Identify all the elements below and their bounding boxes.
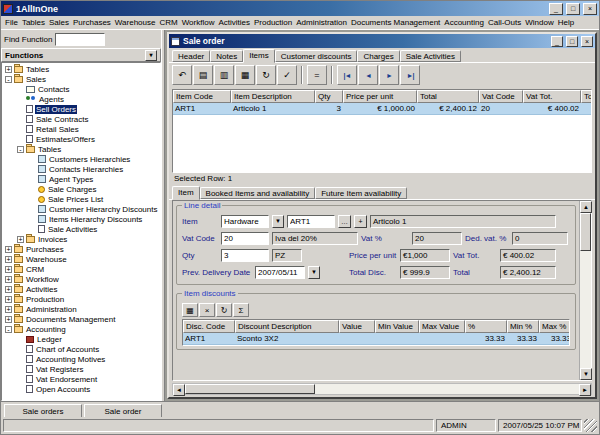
tab-future-availability[interactable]: Future Item availability xyxy=(315,187,407,199)
chevron-down-icon[interactable]: ▼ xyxy=(272,215,284,228)
menu-item-administration[interactable]: Administration xyxy=(294,17,349,28)
add-item-button[interactable]: + xyxy=(354,215,367,228)
col-disc-code[interactable]: Disc. Code xyxy=(183,320,235,333)
tab-notes[interactable]: Notes xyxy=(210,50,243,62)
tab-items[interactable]: Items xyxy=(243,49,275,63)
expander-icon[interactable]: - xyxy=(5,76,12,83)
next-record-button[interactable]: ► xyxy=(379,65,399,85)
tree-item-open-accounts[interactable]: Open Accounts xyxy=(3,384,160,394)
menu-item-workflow[interactable]: Workflow xyxy=(180,17,217,28)
col-price-per-unit[interactable]: Price per unit xyxy=(343,90,417,103)
tree-item-crm[interactable]: +CRM xyxy=(3,264,160,274)
col-max-value[interactable]: Max Value xyxy=(419,320,465,333)
menu-item-purchases[interactable]: Purchases xyxy=(71,17,113,28)
items-grid-row[interactable]: ART1 Articolo 1 3 € 1,000.00 € 2,400.12 … xyxy=(173,103,591,115)
tree-item-purchases[interactable]: +Purchases xyxy=(3,244,160,254)
col-pct[interactable]: % xyxy=(465,320,507,333)
col-total[interactable]: Total xyxy=(417,90,479,103)
tree-item-documents-management[interactable]: +Documents Management xyxy=(3,314,160,324)
scroll-up-icon[interactable]: ▲ xyxy=(580,201,592,213)
window-tab-sale-order[interactable]: Sale order xyxy=(84,404,162,417)
menu-item-call-outs[interactable]: Call-Outs xyxy=(486,17,523,28)
discounts-grid-row[interactable]: ART1 Sconto 3X2 33.33 33.33 33.33 xyxy=(183,333,569,345)
menu-item-window[interactable]: Window xyxy=(523,17,555,28)
tree-item-agent-types[interactable]: Agent Types xyxy=(3,174,160,184)
expander-icon[interactable]: + xyxy=(17,236,24,243)
item-group-combo[interactable]: Hardware xyxy=(221,215,269,228)
vat-code-input[interactable] xyxy=(221,232,269,245)
menu-item-sales[interactable]: Sales xyxy=(47,17,71,28)
window-tab-sale-orders[interactable]: Sale orders xyxy=(4,404,82,417)
tree-item-warehouse[interactable]: +Warehouse xyxy=(3,254,160,264)
col-min-pct[interactable]: Min % xyxy=(507,320,539,333)
panel-menu-button[interactable]: ▾ xyxy=(145,50,157,61)
scroll-down-icon[interactable]: ▼ xyxy=(580,368,592,380)
tree-item-tables[interactable]: +Tables xyxy=(3,64,160,74)
qty-input[interactable] xyxy=(221,249,269,262)
scroll-left-icon[interactable]: ◄ xyxy=(173,384,185,396)
menu-item-crm[interactable]: CRM xyxy=(157,17,179,28)
expander-icon[interactable]: + xyxy=(5,286,12,293)
close-button[interactable]: × xyxy=(583,3,597,15)
expander-icon[interactable]: + xyxy=(5,306,12,313)
chevron-down-icon[interactable]: ▼ xyxy=(308,266,320,279)
tab-sale-activities[interactable]: Sale Activities xyxy=(400,50,461,62)
vertical-scroll-thumb[interactable] xyxy=(580,213,591,251)
col-total-2[interactable]: Total xyxy=(581,90,592,103)
lookup-button[interactable]: … xyxy=(338,215,351,228)
col-value[interactable]: Value xyxy=(339,320,375,333)
tree-item-sale-contracts[interactable]: Sale Contracts xyxy=(3,114,160,124)
tree-item-estimates-offers[interactable]: Estimates/Offers xyxy=(3,134,160,144)
menu-item-accounting[interactable]: Accounting xyxy=(442,17,486,28)
child-close-button[interactable]: × xyxy=(581,36,593,47)
refresh-button[interactable]: ↻ xyxy=(216,303,232,317)
tree-item-sale-activities[interactable]: Sale Activities xyxy=(3,224,160,234)
equals-button[interactable]: = xyxy=(307,65,327,85)
col-vat-code[interactable]: Vat Code xyxy=(479,90,523,103)
copy-button[interactable]: ▤ xyxy=(193,65,213,85)
col-item-description[interactable]: Item Description xyxy=(231,90,315,103)
tree-item-customer-hierarchy-discounts[interactable]: Customer Hierarchy Discounts xyxy=(3,204,160,214)
tree-item-customers-hierarchies[interactable]: Customers Hierarchies xyxy=(3,154,160,164)
tree-item-sales[interactable]: -Sales xyxy=(3,74,160,84)
grid-button[interactable]: ▦ xyxy=(182,303,198,317)
tree-item-contacts[interactable]: Contacts xyxy=(3,84,160,94)
menu-item-production[interactable]: Production xyxy=(252,17,294,28)
tree-item-agents[interactable]: Agents xyxy=(3,94,160,104)
item-code-input[interactable] xyxy=(287,215,335,228)
col-discount-description[interactable]: Discount Description xyxy=(235,320,339,333)
expander-icon[interactable]: + xyxy=(5,66,12,73)
sum-button[interactable]: Σ xyxy=(233,303,249,317)
expander-icon[interactable]: + xyxy=(5,296,12,303)
tree-item-sale-charges[interactable]: Sale Charges xyxy=(3,184,160,194)
tab-item-detail[interactable]: Item xyxy=(172,186,200,200)
tree-item-workflow[interactable]: +Workflow xyxy=(3,274,160,284)
tree-item-ledger[interactable]: Ledger xyxy=(3,334,160,344)
tree-item-items-hierarchy-discounts[interactable]: Items Hierarchy Discounts xyxy=(3,214,160,224)
tab-header[interactable]: Header xyxy=(172,50,210,62)
confirm-button[interactable]: ✓ xyxy=(277,65,297,85)
expander-icon[interactable]: - xyxy=(5,326,12,333)
scroll-right-icon[interactable]: ► xyxy=(579,384,591,396)
horizontal-scroll-thumb[interactable] xyxy=(185,384,315,394)
tree-item-production[interactable]: +Production xyxy=(3,294,160,304)
menu-item-file[interactable]: File xyxy=(3,17,20,28)
col-max-pct[interactable]: Max % xyxy=(539,320,570,333)
tree-item-retail-sales[interactable]: Retail Sales xyxy=(3,124,160,134)
tree-item-administration[interactable]: +Administration xyxy=(3,304,160,314)
first-record-button[interactable]: |◄ xyxy=(337,65,357,85)
child-maximize-button[interactable]: □ xyxy=(566,36,578,47)
menu-item-help[interactable]: Help xyxy=(556,17,576,28)
tree-item-vat-registers[interactable]: Vat Registers xyxy=(3,364,160,374)
last-record-button[interactable]: ►| xyxy=(400,65,420,85)
col-qty[interactable]: Qty xyxy=(315,90,343,103)
expander-icon[interactable]: - xyxy=(17,146,24,153)
minimize-button[interactable]: _ xyxy=(549,3,563,15)
menu-item-tables[interactable]: Tables xyxy=(20,17,47,28)
expander-icon[interactable]: + xyxy=(5,246,12,253)
menu-item-documents-management[interactable]: Documents Management xyxy=(349,17,442,28)
tab-booked-items[interactable]: Booked Items and availability xyxy=(200,187,316,199)
col-vat-tot[interactable]: Vat Tot. xyxy=(523,90,581,103)
menu-item-activities[interactable]: Activities xyxy=(216,17,252,28)
maximize-button[interactable]: □ xyxy=(566,3,580,15)
